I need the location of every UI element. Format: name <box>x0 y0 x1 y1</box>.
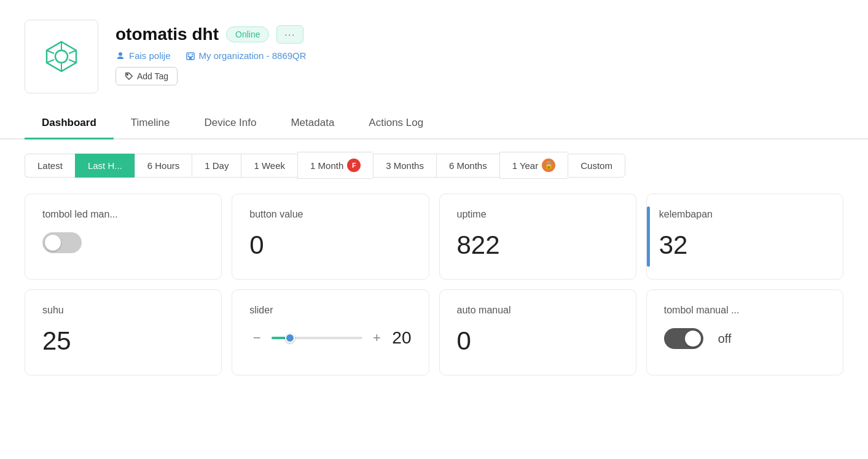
year-lock-avatar: 🔒 <box>542 159 555 172</box>
slider-value-display: 20 <box>392 328 412 348</box>
time-pill-3months[interactable]: 3 Months <box>373 154 436 178</box>
owner-name: Fais polije <box>129 50 171 61</box>
widget-suhu-title: suhu <box>42 305 204 316</box>
more-options-button[interactable]: ··· <box>276 25 303 44</box>
time-pill-1week[interactable]: 1 Week <box>241 154 297 178</box>
tab-device-info[interactable]: Device Info <box>187 108 273 139</box>
slider-plus-button[interactable]: + <box>370 330 385 346</box>
time-pill-6months[interactable]: 6 Months <box>436 154 499 178</box>
widget-tombol-led: tombol led man... <box>25 194 222 280</box>
widget-uptime-title: uptime <box>457 209 619 220</box>
widget-suhu-number: 25 <box>42 328 204 354</box>
time-pill-1year[interactable]: 1 Year 🔒 <box>499 152 568 179</box>
widget-uptime: uptime 822 <box>439 194 636 280</box>
tombol-manual-toggle-label: off <box>718 332 732 346</box>
widget-auto-manual-title: auto manual <box>457 305 619 316</box>
widget-auto-manual: auto manual 0 <box>439 289 636 375</box>
widget-tombol-manual-title: tombol manual ... <box>664 305 826 316</box>
svg-line-6 <box>69 60 76 63</box>
svg-line-5 <box>47 50 54 53</box>
svg-rect-9 <box>189 57 192 60</box>
widget-slider: slider − + 20 <box>232 289 429 375</box>
svg-rect-13 <box>192 56 193 57</box>
blue-accent-bar <box>647 206 650 267</box>
widget-tombol-led-title: tombol led man... <box>42 209 204 220</box>
device-logo-icon <box>43 38 80 75</box>
widget-button-value-number: 0 <box>249 232 411 258</box>
tab-timeline[interactable]: Timeline <box>114 108 187 139</box>
widget-button-value-title: button value <box>249 209 411 220</box>
svg-line-4 <box>69 50 76 53</box>
tombol-led-toggle[interactable] <box>42 232 82 253</box>
toggle-track-manual <box>664 328 703 349</box>
svg-rect-11 <box>192 54 193 55</box>
device-owner-link[interactable]: Fais polije <box>115 50 171 61</box>
month-avatar: F <box>347 159 361 172</box>
time-pill-last-h[interactable]: Last H... <box>75 154 135 178</box>
widget-button-value: button value 0 <box>232 194 429 280</box>
device-logo-box <box>25 20 98 93</box>
svg-point-1 <box>55 50 68 63</box>
svg-line-7 <box>47 60 54 63</box>
tabs-row: Dashboard Timeline Device Info Metadata … <box>0 108 868 139</box>
slider-track[interactable] <box>272 337 362 339</box>
device-details: otomatis dht Online ··· Fais polije My o… <box>115 20 307 85</box>
widget-kelembapan-title: kelembapan <box>659 209 826 220</box>
time-pill-1day[interactable]: 1 Day <box>192 154 241 178</box>
time-pill-1month[interactable]: 1 Month F <box>297 152 373 179</box>
toggle-thumb-manual <box>685 331 701 347</box>
add-tag-button[interactable]: Add Tag <box>115 67 178 85</box>
slider-thumb[interactable] <box>285 333 295 343</box>
widget-slider-title: slider <box>249 305 411 316</box>
tab-actions-log[interactable]: Actions Log <box>351 108 440 139</box>
status-badge: Online <box>226 26 269 42</box>
time-filter-row: Latest Last H... 6 Hours 1 Day 1 Week 1 … <box>0 139 868 189</box>
widget-kelembapan: kelembapan 32 <box>646 194 843 280</box>
device-name-row: otomatis dht Online ··· <box>115 25 307 44</box>
org-name: My organization - 8869QR <box>199 50 307 61</box>
widget-uptime-number: 822 <box>457 232 619 258</box>
device-name: otomatis dht <box>115 25 219 44</box>
tab-metadata[interactable]: Metadata <box>273 108 351 139</box>
tombol-manual-toggle[interactable] <box>664 328 703 349</box>
slider-minus-button[interactable]: − <box>249 330 264 346</box>
time-pill-custom[interactable]: Custom <box>568 154 625 178</box>
time-pill-6hours[interactable]: 6 Hours <box>135 154 192 178</box>
widget-suhu: suhu 25 <box>25 289 222 375</box>
widget-tombol-manual: tombol manual ... off <box>646 289 843 375</box>
slider-row: − + 20 <box>249 328 411 348</box>
svg-rect-12 <box>188 56 189 57</box>
svg-point-14 <box>127 74 128 76</box>
tab-dashboard[interactable]: Dashboard <box>25 108 114 139</box>
tag-icon <box>125 72 133 80</box>
device-meta-row: Fais polije My organization - 8869QR <box>115 50 307 61</box>
device-org-link[interactable]: My organization - 8869QR <box>186 50 307 61</box>
person-icon <box>115 51 125 61</box>
toggle-track <box>42 232 82 253</box>
device-header: otomatis dht Online ··· Fais polije My o… <box>0 0 868 108</box>
building-icon <box>186 51 195 61</box>
widget-kelembapan-number: 32 <box>659 232 826 258</box>
toggle-thumb <box>45 235 61 251</box>
time-pill-latest[interactable]: Latest <box>25 154 75 178</box>
widget-auto-manual-number: 0 <box>457 328 619 354</box>
svg-rect-10 <box>188 54 189 55</box>
widgets-grid: tombol led man... button value 0 uptime … <box>0 189 868 395</box>
